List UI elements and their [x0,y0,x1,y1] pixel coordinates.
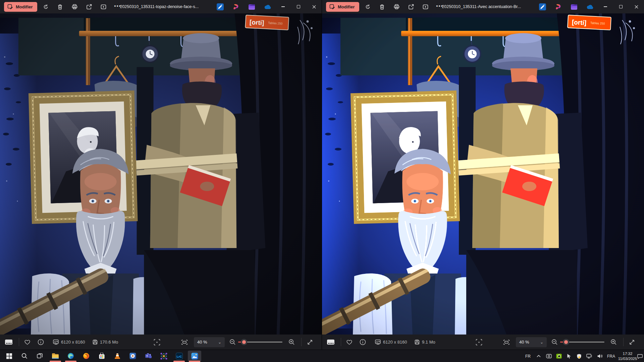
designer-edit-icon[interactable] [535,0,550,13]
tray-date: 11/03/2025 [618,356,637,361]
zoom-slider[interactable] [238,335,282,350]
zoom-level-select[interactable]: 40 % ⌄ [194,335,225,350]
zoom-slider-thumb[interactable] [563,339,569,345]
running-indicator [173,361,185,362]
fullscreen-button[interactable] [307,335,313,350]
edit-image-icon [329,4,335,10]
vlc-icon[interactable] [111,351,124,361]
maximize-button[interactable] [613,0,629,13]
fit-to-window-button[interactable] [181,335,188,350]
print-button[interactable] [67,0,82,13]
topaz-photo-ai-icon[interactable] [157,351,170,361]
firefox-icon[interactable] [79,351,93,361]
photos-app-icon[interactable] [188,351,201,361]
search-icon[interactable] [18,351,31,361]
rotate-button[interactable] [39,0,53,13]
slideshow-button[interactable] [96,0,111,13]
copilot-icon[interactable] [550,0,566,13]
chevron-down-icon: ⌄ [540,340,543,345]
rotate-button[interactable] [361,0,375,13]
info-button[interactable] [360,335,366,350]
file-size-value: 170.6 Mo [100,340,118,345]
nvidia-settings-icon[interactable] [555,350,563,362]
fullscreen-button[interactable] [629,335,635,350]
zoom-slider-thumb[interactable] [241,339,247,345]
statusbar-right: 6120 x 8160 9.1 Mo 40 % ⌄ [322,335,644,350]
clipchamp-icon[interactable] [244,0,260,13]
titlebar-right[interactable]: Modifier ••• 20250310_135311-Avec accent… [322,0,644,13]
zoom-actual-button[interactable] [154,335,160,350]
media-player-icon[interactable] [126,351,140,361]
clock[interactable]: 17:32 11/03/2025 [617,350,638,362]
start-button[interactable] [2,351,16,361]
file-size: 9.1 Mo [415,335,435,350]
favorite-button[interactable] [346,335,353,350]
photo-canvas-left[interactable] [0,13,322,335]
zoom-slider[interactable] [560,335,604,350]
filmstrip-toggle[interactable] [327,335,335,350]
image-dimensions: 6120 x 8160 [53,335,85,350]
edit-button[interactable]: Modifier [326,2,359,12]
language-indicator[interactable]: FRA [606,350,616,362]
teams-icon[interactable]: T [142,351,155,361]
tray-time: 17:32 [623,351,633,356]
share-button[interactable] [82,0,96,13]
share-button[interactable] [404,0,418,13]
titlebar-left[interactable]: Modifier ••• 20250310_135311-topaz-denoi… [0,0,322,13]
delete-button[interactable] [375,0,389,13]
maximize-button[interactable] [291,0,306,13]
delete-button[interactable] [53,0,67,13]
input-indicator[interactable]: FR [524,350,532,362]
microsoft-store-icon[interactable] [95,351,108,361]
task-view-button[interactable] [33,351,47,361]
image-size-icon [53,340,59,345]
screen-record-icon[interactable] [545,350,553,362]
minimize-button[interactable] [275,0,291,13]
designer-edit-icon[interactable] [212,0,228,13]
info-button[interactable] [38,335,44,350]
zoom-level-select[interactable]: 40 % ⌄ [516,335,547,350]
image-dimensions: 6120 x 8160 [375,335,407,350]
onedrive-icon[interactable] [260,0,275,13]
statusbar-left: 6120 x 8160 170.6 Mo 40 % ⌄ [0,335,322,350]
edge-icon[interactable] [64,351,77,361]
clipchamp-icon[interactable] [566,0,582,13]
zoom-actual-button[interactable] [476,335,482,350]
zoom-out-button[interactable] [551,335,558,350]
network-icon[interactable] [585,350,594,362]
photos-window-left: Modifier ••• 20250310_135311-topaz-denoi… [0,0,322,350]
zoom-out-button[interactable] [229,335,236,350]
lightroom-classic-icon[interactable]: LrC [172,351,186,361]
dimensions-value: 6120 x 8160 [61,340,85,345]
zoom-in-button[interactable] [610,335,617,350]
security-shield-icon[interactable] [575,350,583,362]
photo-canvas-right[interactable] [322,13,644,335]
onedrive-icon[interactable] [582,0,598,13]
volume-icon[interactable] [596,350,604,362]
svg-text:T: T [146,355,148,358]
taskbar: T LrC FR FRA 17:32 11/03/2025 [0,350,644,362]
zoom-level-value: 40 % [197,340,207,345]
filmstrip-toggle[interactable] [5,335,13,350]
notification-center-icon[interactable] [636,350,644,362]
close-button[interactable] [629,0,644,13]
lrc-label: LrC [176,355,182,358]
zoom-in-button[interactable] [288,335,295,350]
minimize-button[interactable] [598,0,613,13]
window-title: 20250310_135311-Avec accentuation-Br... [442,0,521,13]
close-button[interactable] [306,0,322,13]
window-title: 20250310_135311-topaz-denoise-face-s... [120,0,199,13]
copilot-icon[interactable] [228,0,244,13]
zoom-level-value: 40 % [519,340,529,345]
edit-button-label: Modifier [16,4,33,9]
pointer-utility-icon[interactable] [565,350,573,362]
fit-to-window-button[interactable] [503,335,510,350]
favorite-button[interactable] [24,335,31,350]
edit-button[interactable]: Modifier [4,2,37,12]
edit-button-label: Modifier [338,4,355,9]
file-explorer-icon[interactable] [49,351,62,361]
tray-chevron-up-icon[interactable] [535,350,543,362]
print-button[interactable] [389,0,404,13]
photos-window-right: Modifier ••• 20250310_135311-Avec accent… [322,0,644,350]
slideshow-button[interactable] [418,0,433,13]
